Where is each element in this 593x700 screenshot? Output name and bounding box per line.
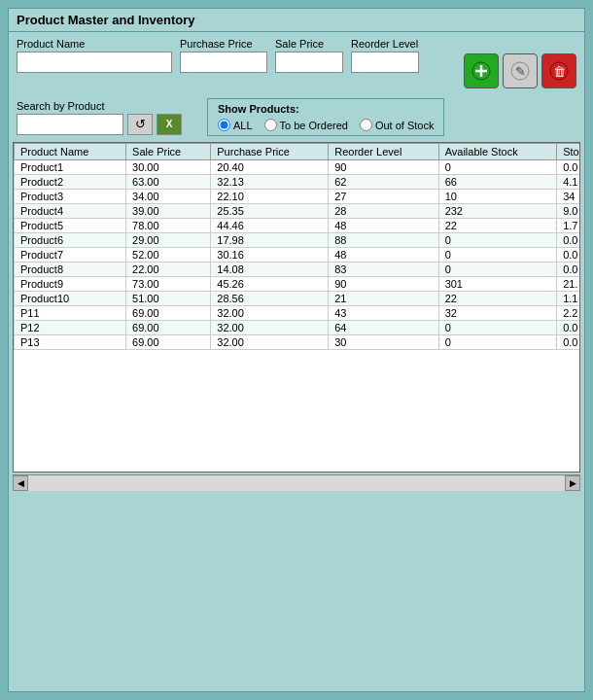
cell-reorder_level: 62 xyxy=(329,175,438,190)
scroll-track[interactable] xyxy=(28,475,565,491)
svg-text:🗑: 🗑 xyxy=(553,64,566,79)
product-name-input[interactable] xyxy=(17,52,172,73)
cell-reorder_level: 30 xyxy=(329,335,438,350)
col-product-name: Product Name xyxy=(15,144,126,160)
scroll-left-arrow[interactable]: ◀ xyxy=(13,475,28,491)
cell-available_stock: 0 xyxy=(438,335,557,350)
table-row[interactable]: P1169.0032.0043322.2 xyxy=(15,306,581,321)
cell-reorder_level: 27 xyxy=(329,190,438,204)
horizontal-scrollbar[interactable]: ◀ ▶ xyxy=(13,474,580,490)
col-sale-price: Sale Price xyxy=(126,144,211,160)
cell-sale_price: 29.00 xyxy=(126,233,211,248)
purchase-price-input[interactable] xyxy=(180,52,267,73)
table-row[interactable]: Product263.0032.1362664.1 xyxy=(15,175,581,190)
cell-available_stock: 301 xyxy=(438,277,557,292)
table-row[interactable]: Product130.0020.409000.0 xyxy=(15,160,581,175)
cell-sale_price: 22.00 xyxy=(126,262,211,277)
table-row[interactable]: Product752.0030.164800.0 xyxy=(15,248,581,262)
cell-reorder_level: 48 xyxy=(329,219,438,233)
cell-sto: 0.0 xyxy=(557,248,580,262)
table-row[interactable]: Product822.0014.088300.0 xyxy=(15,262,581,277)
radio-ordered-label: To be Ordered xyxy=(280,120,348,131)
cell-sto: 0.0 xyxy=(557,321,580,335)
cell-available_stock: 232 xyxy=(438,204,557,219)
show-products-group: ALL To be Ordered Out of Stock xyxy=(218,119,434,131)
reorder-level-input[interactable] xyxy=(351,52,419,73)
edit-icon: ✎ xyxy=(510,61,530,81)
cell-available_stock: 66 xyxy=(438,175,557,190)
refresh-button[interactable]: ↺ xyxy=(127,114,153,135)
svg-text:✎: ✎ xyxy=(515,64,526,79)
cell-reorder_level: 43 xyxy=(329,306,438,321)
cell-sto: 2.2 xyxy=(557,306,580,321)
edit-button[interactable]: ✎ xyxy=(503,53,538,88)
cell-sto: 21. xyxy=(557,277,580,292)
table-row[interactable]: Product1051.0028.5621221.1 xyxy=(15,292,581,306)
cell-reorder_level: 48 xyxy=(329,248,438,262)
table-row[interactable]: P1369.0032.003000.0 xyxy=(15,335,581,350)
cell-reorder_level: 64 xyxy=(329,321,438,335)
cell-name: P13 xyxy=(15,335,126,350)
table-row[interactable]: Product334.0022.10271034 xyxy=(15,190,581,204)
cell-available_stock: 22 xyxy=(438,292,557,306)
cell-purchase_price: 32.13 xyxy=(211,175,329,190)
cell-name: P11 xyxy=(15,306,126,321)
table-row[interactable]: Product973.0045.269030121. xyxy=(15,277,581,292)
cell-purchase_price: 32.00 xyxy=(211,306,329,321)
purchase-price-label: Purchase Price xyxy=(180,38,267,50)
cell-name: Product7 xyxy=(15,248,126,262)
cell-available_stock: 0 xyxy=(438,160,557,175)
cell-name: Product2 xyxy=(15,175,126,190)
cell-reorder_level: 83 xyxy=(329,262,438,277)
excel-button[interactable]: X xyxy=(157,114,182,135)
cell-sale_price: 39.00 xyxy=(126,204,211,219)
cell-name: Product1 xyxy=(15,160,126,175)
refresh-icon: ↺ xyxy=(135,117,146,131)
radio-out-of-stock[interactable]: Out of Stock xyxy=(360,119,435,131)
cell-purchase_price: 32.00 xyxy=(211,335,329,350)
table-row[interactable]: Product629.0017.988800.0 xyxy=(15,233,581,248)
add-button[interactable] xyxy=(464,53,499,88)
cell-sto: 4.1 xyxy=(557,175,580,190)
cell-name: Product3 xyxy=(15,190,126,204)
radio-to-be-ordered[interactable]: To be Ordered xyxy=(264,119,348,131)
cell-purchase_price: 45.26 xyxy=(211,277,329,292)
cell-sale_price: 34.00 xyxy=(126,190,211,204)
cell-sale_price: 51.00 xyxy=(126,292,211,306)
cell-sale_price: 63.00 xyxy=(126,175,211,190)
sale-price-label: Sale Price xyxy=(275,38,343,50)
excel-icon: X xyxy=(166,119,173,129)
col-available-stock: Available Stock xyxy=(438,144,557,160)
cell-reorder_level: 88 xyxy=(329,233,438,248)
cell-sto: 1.7 xyxy=(557,219,580,233)
radio-all-input[interactable] xyxy=(218,119,230,131)
col-reorder-level: Reorder Level xyxy=(329,144,438,160)
scroll-right-arrow[interactable]: ▶ xyxy=(565,475,580,491)
cell-purchase_price: 17.98 xyxy=(211,233,329,248)
cell-sale_price: 30.00 xyxy=(126,160,211,175)
table-row[interactable]: P1269.0032.006400.0 xyxy=(15,321,581,335)
delete-button[interactable]: 🗑 xyxy=(541,53,576,88)
table-row[interactable]: Product578.0044.4648221.7 xyxy=(15,219,581,233)
cell-sto: 0.0 xyxy=(557,335,580,350)
cell-available_stock: 0 xyxy=(438,321,557,335)
radio-stock-input[interactable] xyxy=(360,119,372,131)
radio-all[interactable]: ALL xyxy=(218,119,253,131)
cell-reorder_level: 90 xyxy=(329,160,438,175)
table-row[interactable]: Product439.0025.35282329.0 xyxy=(15,204,581,219)
cell-purchase_price: 28.56 xyxy=(211,292,329,306)
cell-purchase_price: 20.40 xyxy=(211,160,329,175)
cell-purchase_price: 30.16 xyxy=(211,248,329,262)
cell-name: Product10 xyxy=(15,292,126,306)
cell-sto: 0.0 xyxy=(557,160,580,175)
cell-available_stock: 0 xyxy=(438,233,557,248)
radio-ordered-input[interactable] xyxy=(264,119,277,131)
cell-purchase_price: 44.46 xyxy=(211,219,329,233)
cell-sale_price: 52.00 xyxy=(126,248,211,262)
sale-price-input[interactable] xyxy=(275,52,343,73)
show-products-title: Show Products: xyxy=(218,103,434,115)
search-input[interactable] xyxy=(17,114,123,135)
cell-name: P12 xyxy=(15,321,126,335)
cell-name: Product9 xyxy=(15,277,126,292)
cell-available_stock: 10 xyxy=(438,190,557,204)
